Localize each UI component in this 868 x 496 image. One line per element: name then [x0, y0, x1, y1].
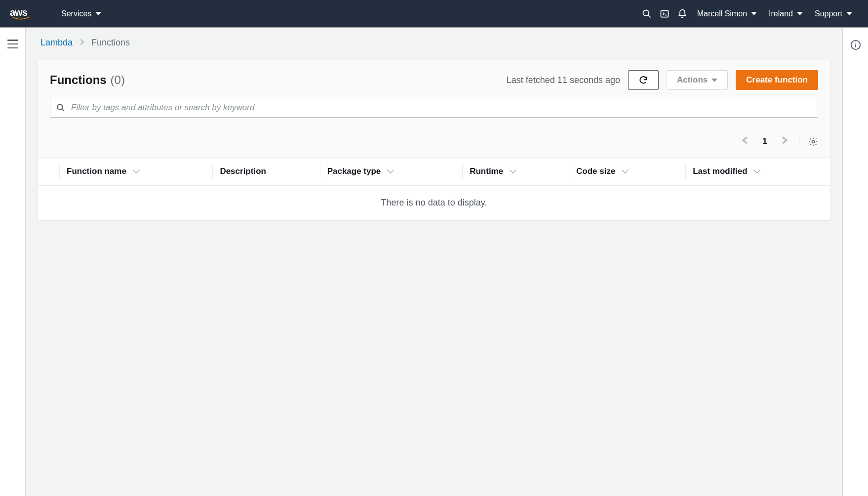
col-package-type[interactable]: Package type: [320, 158, 463, 186]
svg-point-9: [855, 42, 856, 43]
panel-title-group: Functions (0): [50, 73, 125, 87]
sort-icon: [133, 166, 140, 173]
page-number: 1: [759, 136, 770, 147]
page-next-button[interactable]: [779, 134, 790, 149]
aws-logo-text: aws: [10, 7, 32, 17]
region-label: Ireland: [769, 9, 793, 18]
cloudshell-icon[interactable]: [656, 5, 673, 23]
refresh-icon: [638, 75, 648, 85]
region-menu[interactable]: Ireland: [763, 5, 809, 22]
support-menu[interactable]: Support: [809, 5, 858, 22]
caret-down-icon: [95, 12, 101, 15]
breadcrumb-current: Functions: [91, 38, 130, 48]
functions-panel: Functions (0) Last fetched 11 seconds ag…: [38, 60, 830, 220]
sort-icon: [622, 166, 629, 173]
pagination-bar: 1: [38, 126, 830, 157]
caret-down-icon: [797, 12, 803, 15]
empty-message: There is no data to display.: [38, 186, 830, 220]
caret-down-icon: [751, 12, 757, 15]
search-input[interactable]: [71, 103, 812, 113]
caret-down-icon: [711, 79, 717, 82]
left-sidebar-rail: [0, 28, 26, 496]
col-description[interactable]: Description: [213, 158, 320, 186]
search-icon[interactable]: [638, 5, 656, 23]
create-function-label: Create function: [746, 75, 808, 85]
svg-point-6: [812, 140, 815, 143]
panel-count: (0): [111, 73, 125, 86]
sort-icon: [753, 166, 760, 173]
col-last-modified[interactable]: Last modified: [686, 158, 830, 186]
page-prev-button[interactable]: [740, 134, 750, 149]
sort-icon: [387, 166, 394, 173]
username-label: Marcell Simon: [697, 9, 747, 18]
account-menu[interactable]: Marcell Simon: [691, 5, 763, 22]
create-function-button[interactable]: Create function: [736, 70, 818, 90]
empty-state-row: There is no data to display.: [38, 186, 830, 220]
svg-point-4: [57, 104, 63, 110]
main-content: Lambda Functions Functions (0) Last fetc…: [26, 28, 842, 496]
refresh-button[interactable]: [628, 70, 659, 90]
actions-label: Actions: [677, 75, 708, 85]
actions-button[interactable]: Actions: [667, 70, 728, 90]
svg-point-0: [643, 10, 649, 16]
services-menu[interactable]: Services: [55, 5, 107, 22]
svg-line-1: [648, 15, 650, 17]
divider: [799, 135, 799, 149]
functions-table: Function name Description Package type R…: [38, 157, 830, 220]
panel-title: Functions: [50, 73, 107, 86]
right-info-rail: [842, 28, 868, 496]
hamburger-icon[interactable]: [7, 40, 18, 48]
settings-button[interactable]: [808, 137, 818, 147]
services-label: Services: [61, 9, 91, 18]
breadcrumb-service-link[interactable]: Lambda: [40, 38, 73, 48]
aws-smile-icon: [10, 16, 32, 20]
aws-logo[interactable]: aws: [10, 7, 32, 20]
sort-icon: [510, 166, 516, 173]
support-label: Support: [815, 9, 842, 18]
col-code-size[interactable]: Code size: [569, 158, 686, 186]
last-fetched-text: Last fetched 11 seconds ago: [507, 75, 620, 85]
chevron-right-icon: [79, 39, 84, 47]
select-all-header[interactable]: [38, 158, 60, 186]
col-runtime[interactable]: Runtime: [463, 158, 569, 186]
breadcrumb: Lambda Functions: [38, 38, 830, 48]
svg-line-5: [62, 109, 64, 111]
search-box[interactable]: [50, 98, 818, 118]
col-function-name[interactable]: Function name: [60, 158, 213, 186]
caret-down-icon: [846, 12, 852, 15]
notifications-icon[interactable]: [673, 5, 691, 23]
info-icon[interactable]: [850, 40, 861, 50]
top-navigation: aws Services Marcell Simon Ireland Suppo…: [0, 0, 868, 28]
search-icon: [56, 103, 65, 112]
